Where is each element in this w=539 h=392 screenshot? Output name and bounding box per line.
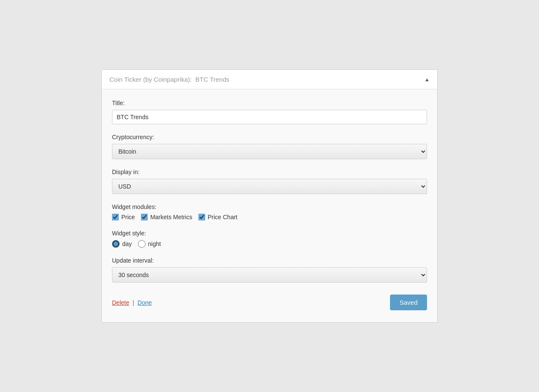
module-chart-checkbox[interactable] (198, 214, 205, 220)
saved-button[interactable]: Saved (390, 295, 427, 310)
widget-panel: Coin Ticker (by Coinpaprika): BTC Trends… (101, 69, 438, 323)
footer-links: Delete | Done (112, 299, 152, 306)
style-night-item: night (138, 240, 161, 248)
style-day-radio[interactable] (112, 240, 120, 248)
widget-title: Coin Ticker (by Coinpaprika): BTC Trends (109, 76, 229, 83)
style-day-label: day (122, 240, 132, 247)
title-field-group: Title: (112, 100, 427, 124)
module-price-checkbox[interactable] (112, 214, 119, 220)
crypto-select[interactable]: Bitcoin Ethereum Litecoin Ripple (112, 144, 427, 159)
display-label: Display in: (112, 169, 427, 175)
done-link[interactable]: Done (138, 299, 152, 306)
delete-link[interactable]: Delete (112, 299, 129, 306)
style-label: Widget style: (112, 230, 427, 237)
style-field-group: Widget style: day night (112, 230, 427, 248)
module-chart-label: Price Chart (208, 214, 238, 220)
module-chart-item: Price Chart (198, 214, 238, 220)
style-night-label: night (148, 240, 161, 247)
crypto-label: Cryptocurrency: (112, 134, 427, 140)
collapse-icon[interactable]: ▲ (424, 77, 430, 83)
widget-header: Coin Ticker (by Coinpaprika): BTC Trends… (102, 70, 437, 89)
display-field-group: Display in: USD EUR GBP JPY (112, 169, 427, 194)
interval-select[interactable]: 10 seconds 30 seconds 1 minute 5 minutes (112, 267, 427, 283)
title-label: Title: (112, 100, 427, 106)
modules-label: Widget modules: (112, 203, 427, 210)
interval-label: Update interval: (112, 257, 427, 264)
module-markets-item: Markets Metrics (141, 214, 192, 220)
modules-field-group: Widget modules: Price Markets Metrics Pr… (112, 203, 427, 220)
modules-checkboxes: Price Markets Metrics Price Chart (112, 214, 427, 220)
separator: | (132, 299, 134, 306)
module-markets-checkbox[interactable] (141, 214, 148, 220)
interval-field-group: Update interval: 10 seconds 30 seconds 1… (112, 257, 427, 283)
module-price-label: Price (121, 214, 135, 220)
crypto-field-group: Cryptocurrency: Bitcoin Ethereum Litecoi… (112, 134, 427, 159)
module-markets-label: Markets Metrics (150, 214, 192, 220)
style-radios: day night (112, 240, 427, 248)
footer-row: Delete | Done Saved (112, 295, 427, 310)
widget-title-subtitle: BTC Trends (195, 76, 229, 83)
style-night-radio[interactable] (138, 240, 146, 248)
module-price-item: Price (112, 214, 135, 220)
display-select[interactable]: USD EUR GBP JPY (112, 179, 427, 194)
title-input[interactable] (112, 110, 427, 124)
widget-title-prefix: Coin Ticker (by Coinpaprika): (109, 76, 192, 83)
style-day-item: day (112, 240, 132, 248)
widget-body: Title: Cryptocurrency: Bitcoin Ethereum … (102, 89, 437, 322)
